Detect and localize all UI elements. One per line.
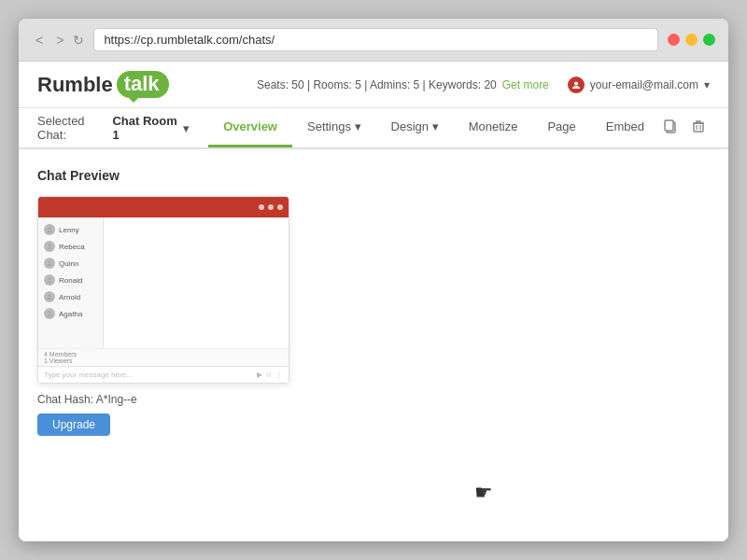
svg-rect-2 bbox=[665, 120, 673, 131]
list-item: Arnold bbox=[38, 288, 103, 305]
refresh-button[interactable]: ↻ bbox=[73, 33, 84, 48]
nav-bar: Selected Chat: Chat Room 1 ▾ Overview Se… bbox=[19, 108, 728, 149]
avatar bbox=[44, 224, 55, 235]
forward-button[interactable]: > bbox=[52, 31, 67, 49]
back-button[interactable]: < bbox=[32, 31, 47, 49]
window-controls bbox=[668, 34, 715, 46]
delete-icon-button[interactable] bbox=[687, 115, 710, 141]
chat-hash: Chat Hash: A*Ing--e bbox=[37, 393, 710, 406]
chat-header-bar bbox=[38, 197, 289, 217]
svg-point-0 bbox=[574, 81, 578, 85]
copy-icon bbox=[663, 119, 678, 133]
chat-header-dot-2 bbox=[268, 204, 274, 210]
chat-header-dot-1 bbox=[259, 204, 264, 210]
list-item: Agatha bbox=[38, 305, 103, 322]
user-avatar-icon bbox=[568, 77, 585, 93]
section-title: Chat Preview bbox=[37, 168, 710, 183]
app-area: Rumble talk Seats: 50 | Rooms: 5 | Admin… bbox=[19, 62, 728, 541]
avatar bbox=[44, 241, 55, 252]
send-icon: ▶ bbox=[257, 371, 262, 379]
user-avatar-icon bbox=[46, 276, 53, 284]
list-item: Rebeca bbox=[38, 238, 103, 255]
more-icon: ⋮ bbox=[275, 371, 283, 379]
user-section[interactable]: your-email@mail.com ▾ bbox=[568, 77, 710, 93]
user-avatar-icon bbox=[46, 226, 53, 233]
chat-header-dot-3 bbox=[277, 204, 283, 210]
tab-design[interactable]: Design ▾ bbox=[376, 108, 454, 147]
tab-monetize[interactable]: Monetize bbox=[454, 108, 533, 147]
user-name: Rebeca bbox=[59, 243, 85, 251]
list-item: Ronald bbox=[38, 272, 103, 288]
tab-overview[interactable]: Overview bbox=[208, 108, 292, 147]
nav-tabs: Overview Settings ▾ Design ▾ Monetize Pa… bbox=[208, 108, 659, 147]
selected-chat-arrow: ▾ bbox=[183, 121, 190, 135]
svg-rect-3 bbox=[694, 123, 703, 132]
user-name: Agatha bbox=[59, 310, 82, 318]
tab-page[interactable]: Page bbox=[532, 108, 590, 147]
main-content: Chat Preview bbox=[19, 149, 728, 541]
chat-footer-stats: 4 Members1 Viewers bbox=[38, 348, 289, 366]
selected-chat-name: Chat Room 1 bbox=[112, 114, 179, 142]
logo-rumble: Rumble bbox=[37, 73, 113, 97]
nav-icons bbox=[659, 115, 710, 141]
avatar bbox=[44, 308, 55, 319]
user-name: Arnold bbox=[59, 293, 80, 301]
user-icon bbox=[571, 80, 581, 90]
avatar bbox=[44, 274, 55, 286]
chat-body: Lenny Rebeca Quinn bbox=[38, 217, 289, 348]
selected-chat-label: Selected Chat: bbox=[37, 114, 108, 142]
chat-messages-area bbox=[104, 217, 289, 348]
avatar bbox=[44, 258, 55, 269]
seats-info: Seats: 50 | Rooms: 5 | Admins: 5 | Keywo… bbox=[257, 78, 497, 91]
user-name: Lenny bbox=[59, 226, 79, 234]
app-header: Rumble talk Seats: 50 | Rooms: 5 | Admin… bbox=[19, 62, 728, 108]
svg-point-12 bbox=[49, 311, 51, 314]
chat-footer: Type your message here... ▶ ☺ ⋮ bbox=[38, 366, 289, 383]
selected-chat: Selected Chat: Chat Room 1 ▾ bbox=[37, 114, 190, 142]
emoji-icon: ☺ bbox=[265, 371, 273, 379]
logo: Rumble talk bbox=[37, 71, 169, 98]
svg-point-10 bbox=[49, 277, 51, 280]
title-bar: < > ↻ bbox=[19, 19, 728, 62]
list-item: Lenny bbox=[38, 221, 103, 238]
chat-hash-value: A*Ing--e bbox=[96, 393, 137, 406]
browser-nav-buttons: < > ↻ bbox=[32, 31, 84, 49]
close-button[interactable] bbox=[668, 34, 680, 46]
svg-point-8 bbox=[49, 244, 51, 246]
url-bar[interactable] bbox=[93, 28, 658, 51]
header-info: Seats: 50 | Rooms: 5 | Admins: 5 | Keywo… bbox=[257, 77, 710, 93]
svg-point-9 bbox=[49, 260, 51, 263]
minimize-button[interactable] bbox=[685, 34, 698, 46]
maximize-button[interactable] bbox=[703, 34, 715, 46]
user-avatar-icon bbox=[46, 243, 53, 250]
trash-icon bbox=[691, 119, 706, 133]
user-avatar-icon bbox=[46, 293, 53, 301]
user-dropdown-arrow: ▾ bbox=[704, 78, 710, 91]
chat-preview-box: Lenny Rebeca Quinn bbox=[37, 196, 289, 384]
user-avatar-icon bbox=[46, 259, 53, 267]
user-avatar-icon bbox=[46, 310, 53, 317]
user-email: your-email@mail.com bbox=[590, 78, 698, 91]
tab-embed[interactable]: Embed bbox=[591, 108, 659, 147]
svg-point-11 bbox=[49, 294, 51, 297]
copy-icon-button[interactable] bbox=[659, 115, 682, 141]
user-name: Quinn bbox=[59, 259, 78, 268]
list-item: Quinn bbox=[38, 255, 103, 272]
chat-users-list: Lenny Rebeca Quinn bbox=[38, 217, 104, 348]
logo-talk: talk bbox=[117, 71, 169, 98]
cursor-hand: ☛ bbox=[474, 481, 493, 505]
svg-point-7 bbox=[49, 227, 51, 230]
user-name: Ronald bbox=[59, 276, 82, 285]
get-more-link[interactable]: Get more bbox=[502, 78, 549, 91]
avatar bbox=[44, 291, 55, 302]
tab-settings[interactable]: Settings ▾ bbox=[292, 108, 376, 147]
chat-hash-label: Chat Hash: bbox=[37, 393, 93, 406]
chat-footer-icons: ▶ ☺ ⋮ bbox=[257, 371, 283, 379]
chat-input-placeholder: Type your message here... bbox=[44, 371, 253, 379]
upgrade-button[interactable]: Upgrade bbox=[37, 413, 110, 436]
browser-window: < > ↻ Rumble talk Seats: 50 | Rooms: 5 |… bbox=[19, 19, 728, 541]
